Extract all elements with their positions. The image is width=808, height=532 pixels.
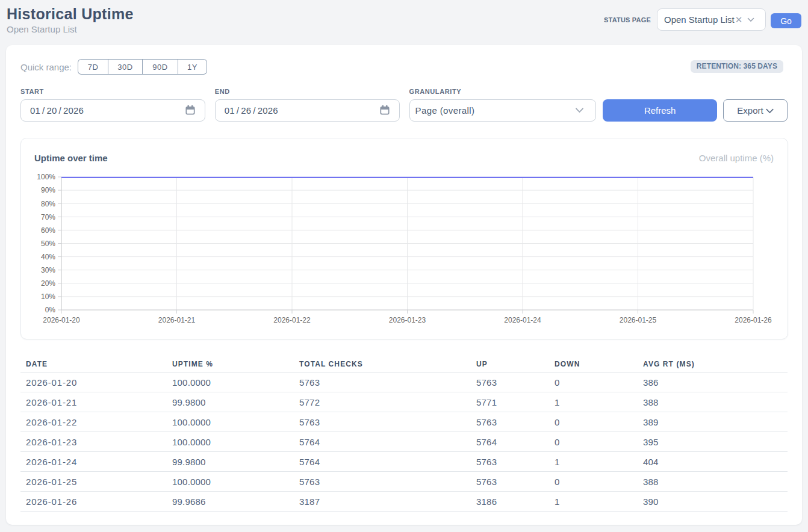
svg-text:2026-01-21: 2026-01-21 [158,316,196,324]
svg-text:2026-01-26: 2026-01-26 [735,316,772,324]
svg-text:2026-01-20: 2026-01-20 [43,316,80,324]
svg-text:100%: 100% [37,173,55,181]
svg-text:50%: 50% [41,240,55,248]
svg-text:40%: 40% [41,253,55,261]
svg-text:70%: 70% [41,213,55,221]
svg-text:2026-01-25: 2026-01-25 [620,316,657,324]
svg-text:10%: 10% [41,292,55,301]
svg-text:2026-01-24: 2026-01-24 [504,316,541,324]
svg-text:80%: 80% [41,200,55,208]
svg-text:0%: 0% [45,306,56,314]
svg-text:2026-01-23: 2026-01-23 [389,316,426,324]
svg-text:90%: 90% [41,186,55,194]
svg-text:30%: 30% [41,266,55,274]
svg-text:20%: 20% [41,279,55,288]
svg-text:60%: 60% [41,226,55,235]
svg-text:2026-01-22: 2026-01-22 [273,316,311,324]
